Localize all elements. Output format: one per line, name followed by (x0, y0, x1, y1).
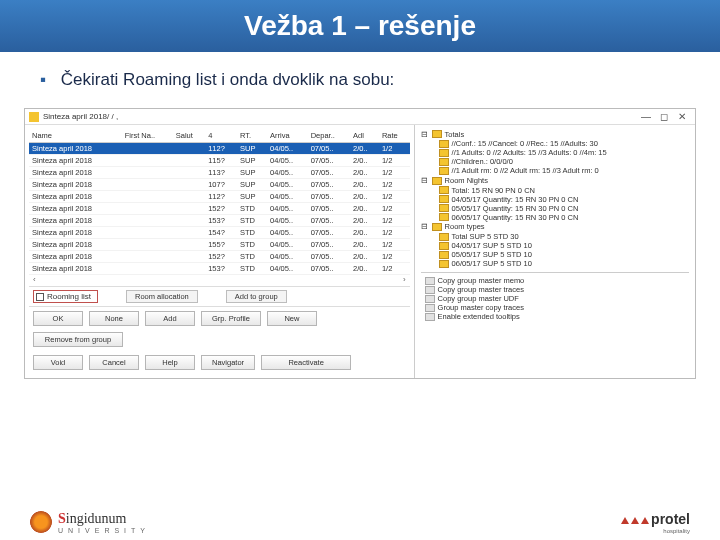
col-header[interactable]: Salut (173, 129, 205, 143)
slide-title: Vežba 1 – rešenje (244, 10, 476, 42)
table-row[interactable]: Sinteza april 2018153?STD04/05..07/05..2… (29, 215, 410, 227)
action-item[interactable]: Copy group master memo (421, 276, 689, 285)
slide-body: ▪ Čekirati Roaming list i onda dvoklik n… (0, 52, 720, 100)
tree-leaf[interactable]: //Conf.: 15 //Cancel: 0 //Rec.: 15 //Adu… (421, 139, 689, 148)
action-item[interactable]: Copy group master UDF (421, 294, 689, 303)
tree-totals[interactable]: ⊟Totals (421, 129, 689, 139)
action-item[interactable]: Group master copy traces (421, 303, 689, 312)
checkbox-icon (36, 293, 44, 301)
folder-icon (432, 223, 442, 231)
add-button[interactable]: Add (145, 311, 195, 326)
table-row[interactable]: Sinteza april 2018113?SUP04/05..07/05..2… (29, 167, 410, 179)
col-header[interactable]: 4 (205, 129, 237, 143)
maximize-button[interactable]: ◻ (655, 111, 673, 122)
rooming-list-checkbox[interactable]: Rooming list (33, 290, 98, 303)
protel-logo: protel hospitality (621, 510, 690, 534)
help-button[interactable]: Help (145, 355, 195, 370)
tree-leaf[interactable]: //Children.: 0/0/0/0 (421, 157, 689, 166)
bullet-text: Čekirati Roaming list i onda dvoklik na … (61, 70, 395, 89)
table-row[interactable]: Sinteza april 2018152?STD04/05..07/05..2… (29, 251, 410, 263)
col-header[interactable]: Name (29, 129, 122, 143)
tree-leaf[interactable]: //1 Adult rm: 0 //2 Adult rm: 15 //3 Adu… (421, 166, 689, 175)
tree-leaf[interactable]: //1 Adults: 0 //2 Adults: 15 //3 Adults:… (421, 148, 689, 157)
reservations-table[interactable]: NameFirst Na..Salut4RT.ArrivaDepar..AdlR… (29, 129, 410, 275)
window-title: Sinteza april 2018/ / , (43, 112, 118, 121)
h-scrollbar[interactable]: ‹› (29, 275, 410, 284)
table-row[interactable]: Sinteza april 2018112?SUP04/05..07/05..2… (29, 191, 410, 203)
actions-panel: Copy group master memoCopy group master … (421, 272, 689, 321)
tree-leaf[interactable]: Total: 15 RN 90 PN 0 CN (421, 186, 689, 195)
minimize-button[interactable]: — (637, 111, 655, 122)
col-header[interactable]: Depar.. (308, 129, 350, 143)
tree-leaf[interactable]: 06/05/17 SUP 5 STD 10 (421, 259, 689, 268)
new-button[interactable]: New (267, 311, 317, 326)
col-header[interactable]: First Na.. (122, 129, 173, 143)
none-button[interactable]: None (89, 311, 139, 326)
tree-leaf[interactable]: Total SUP 5 STD 30 (421, 232, 689, 241)
rooming-list-label: Rooming list (47, 292, 91, 301)
close-button[interactable]: ✕ (673, 111, 691, 122)
tree-nights[interactable]: ⊟Room Nights (421, 175, 689, 185)
slide-footer: Singidunum UNIVERSITY protel hospitality (0, 509, 720, 534)
add-to-group-button[interactable]: Add to group (226, 290, 287, 303)
button-row-1: OK None Add Grp. Profile New Remove from… (29, 307, 410, 351)
sun-icon (30, 511, 52, 533)
tree-leaf[interactable]: 05/05/17 Quantity: 15 RN 30 PN 0 CN (421, 204, 689, 213)
folder-icon (432, 177, 442, 185)
button-row-2: Void Cancel Help Navigator Reactivate (29, 351, 410, 374)
folder-icon (432, 130, 442, 138)
app-icon (29, 112, 39, 122)
tree-types[interactable]: ⊟Room types (421, 222, 689, 232)
app-window: Sinteza april 2018/ / , — ◻ ✕ NameFirst … (24, 108, 696, 379)
singidunum-logo: Singidunum UNIVERSITY (30, 509, 150, 534)
slide-titlebar: Vežba 1 – rešenje (0, 0, 720, 52)
window-titlebar: Sinteza april 2018/ / , — ◻ ✕ (25, 109, 695, 125)
tree-leaf[interactable]: 04/05/17 Quantity: 15 RN 30 PN 0 CN (421, 195, 689, 204)
table-row[interactable]: Sinteza april 2018107?SUP04/05..07/05..2… (29, 179, 410, 191)
bullet-icon: ▪ (40, 70, 46, 89)
navigator-button[interactable]: Navigator (201, 355, 255, 370)
action-item[interactable]: Enable extended tooltips (421, 312, 689, 321)
table-row[interactable]: Sinteza april 2018154?STD04/05..07/05..2… (29, 227, 410, 239)
grid-panel: NameFirst Na..Salut4RT.ArrivaDepar..AdlR… (25, 125, 414, 378)
room-allocation-button[interactable]: Room allocation (126, 290, 198, 303)
table-row[interactable]: Sinteza april 2018115?SUP04/05..07/05..2… (29, 155, 410, 167)
col-header[interactable]: Rate (379, 129, 410, 143)
table-row[interactable]: Sinteza april 2018153?STD04/05..07/05..2… (29, 263, 410, 275)
table-row[interactable]: Sinteza april 2018152?STD04/05..07/05..2… (29, 203, 410, 215)
remove-from-group-button[interactable]: Remove from group (33, 332, 123, 347)
grp-profile-button[interactable]: Grp. Profile (201, 311, 261, 326)
tree-leaf[interactable]: 05/05/17 SUP 5 STD 10 (421, 250, 689, 259)
col-header[interactable]: RT. (237, 129, 267, 143)
col-header[interactable]: Arriva (267, 129, 308, 143)
tree-leaf[interactable]: 06/05/17 Quantity: 15 RN 30 PN 0 CN (421, 213, 689, 222)
cancel-button[interactable]: Cancel (89, 355, 139, 370)
tree-leaf[interactable]: 04/05/17 SUP 5 STD 10 (421, 241, 689, 250)
reactivate-button[interactable]: Reactivate (261, 355, 351, 370)
tree-panel: ⊟Totals //Conf.: 15 //Cancel: 0 //Rec.: … (414, 125, 695, 378)
ok-button[interactable]: OK (33, 311, 83, 326)
table-row[interactable]: Sinteza april 2018112?SUP04/05..07/05..2… (29, 143, 410, 155)
action-item[interactable]: Copy group master traces (421, 285, 689, 294)
col-header[interactable]: Adl (350, 129, 379, 143)
table-row[interactable]: Sinteza april 2018155?STD04/05..07/05..2… (29, 239, 410, 251)
void-button[interactable]: Void (33, 355, 83, 370)
